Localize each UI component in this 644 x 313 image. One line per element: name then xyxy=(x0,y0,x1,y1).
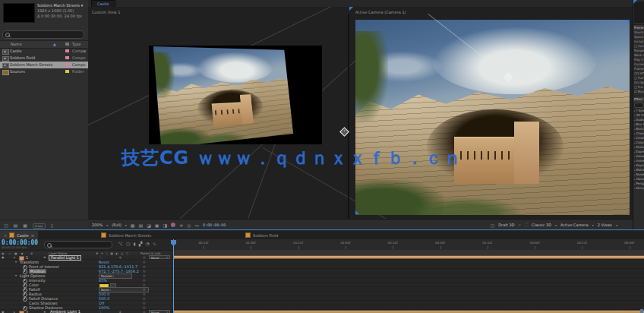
grid-guides-icon[interactable]: ▦ xyxy=(131,223,135,228)
timeline-tab-soldiers-march-streets[interactable]: Soldiers March Streets xyxy=(97,231,155,239)
frame-blending-icon[interactable]: ▞ xyxy=(139,241,143,246)
layer-visibility-eye-icon[interactable]: ◉ xyxy=(2,310,5,313)
project-item-sources[interactable]: SourcesFolder xyxy=(0,68,88,75)
renderer-dropdown[interactable]: Classic 3D xyxy=(532,223,551,227)
parent-dropdown[interactable]: None▾ xyxy=(149,310,170,313)
graph-editor-icon[interactable]: ∿ xyxy=(153,241,156,246)
composition-icon xyxy=(2,63,9,68)
ruler-tick-label: 03:00f xyxy=(435,241,445,245)
motion-blur-icon[interactable]: ◔ xyxy=(145,241,149,246)
pane-corner-marker xyxy=(349,7,353,11)
views-count-dropdown[interactable]: 2 Views xyxy=(598,223,612,227)
effects-search-input[interactable] xyxy=(634,103,644,108)
viewer-tab-castle[interactable]: Castle xyxy=(91,0,115,7)
region-of-interest-icon[interactable]: ▣ xyxy=(155,223,159,228)
viewer-timecode[interactable]: 0:00:00:00 xyxy=(203,223,226,227)
timeline-scrollbar-thumb[interactable] xyxy=(640,309,643,313)
project-comp-dimensions: 1920 x 1080 (1.00) xyxy=(37,8,83,14)
project-item-soldiers-march-streets[interactable]: Soldiers March StreetsCompo xyxy=(0,62,88,68)
footage-plane-3d[interactable] xyxy=(153,46,293,144)
right-view-label[interactable]: Active Camera (Camera 1) xyxy=(355,10,406,14)
color-depth-button[interactable]: 8 bpc xyxy=(33,223,46,229)
draft-3d-icon[interactable]: ◳ xyxy=(491,223,495,228)
label-chip[interactable] xyxy=(65,70,69,73)
fast-previews-icon[interactable]: ◍ xyxy=(187,223,191,228)
ruin-tower xyxy=(514,122,538,184)
view-layout-camera-dropdown[interactable]: Active Camera xyxy=(560,223,589,227)
channel-selector-icon[interactable] xyxy=(171,223,175,227)
frame-count-readout: 00000 (23.976 fps) xyxy=(2,246,27,249)
view-divider[interactable] xyxy=(348,14,349,219)
sort-ascending-icon[interactable]: ▲ xyxy=(53,42,56,46)
label-chip[interactable] xyxy=(65,49,69,52)
active-camera-view[interactable] xyxy=(355,20,630,215)
draft-3d-toggle[interactable]: Draft 3D xyxy=(498,223,514,227)
column-name[interactable]: Name xyxy=(11,42,22,46)
layer-motion-blur-icon[interactable]: ◐ xyxy=(119,310,122,313)
time-ruler[interactable]: 00:12f01:00f01:12f02:00f02:12f03:00f03:1… xyxy=(173,239,644,251)
transparency-grid-icon[interactable]: ◨ xyxy=(163,223,167,228)
close-icon[interactable]: × xyxy=(4,233,7,238)
layer-duration-bar[interactable] xyxy=(173,255,644,259)
layer-duration-bar[interactable] xyxy=(173,310,644,313)
trash-icon[interactable]: ▯ xyxy=(51,223,53,228)
layer-quality-icon[interactable]: ╲ xyxy=(99,310,101,313)
exposure-icon[interactable]: ✛ xyxy=(179,223,183,228)
composition-viewer-panel: Castle Custom View 1 xyxy=(88,0,633,229)
ruler-tick xyxy=(298,246,299,249)
composition-icon xyxy=(9,232,14,238)
draft-3d-toggle-icon[interactable]: ◳ xyxy=(126,241,131,246)
ground-plane-icon[interactable]: ⌗ xyxy=(519,222,521,228)
tree xyxy=(355,31,388,121)
project-selected-comp-title[interactable]: Soldiers March Streets ▾ xyxy=(37,3,83,8)
snapshot-camera-icon[interactable]: ▭ xyxy=(194,223,199,228)
layer-name[interactable]: Ambient Light 1 xyxy=(49,310,82,313)
timeline-tab-castle[interactable]: ×Castle≡ xyxy=(0,231,38,239)
panel-menu-icon[interactable]: ≡ xyxy=(31,233,34,238)
new-composition-icon[interactable]: ▦ xyxy=(23,223,27,228)
interpret-footage-icon[interactable]: ◳ xyxy=(4,223,8,228)
extended-viewer-icon[interactable]: ⛶ xyxy=(525,222,528,228)
effects-category[interactable]: Simul xyxy=(633,186,644,191)
ruler-tick-label: 03:12f xyxy=(482,241,492,245)
playhead-line[interactable] xyxy=(173,239,174,313)
timeline-search-input[interactable] xyxy=(44,241,112,248)
new-folder-icon[interactable]: ▤ xyxy=(14,223,18,228)
label-chip[interactable] xyxy=(65,56,69,59)
project-item-soldiers-field[interactable]: Soldiers FieldCompo xyxy=(0,55,88,62)
effects-presets-panel-header[interactable]: Effect xyxy=(633,96,644,102)
timeline-tab-soldiers-field[interactable]: Soldiers Field xyxy=(242,231,282,239)
preview-panel-header[interactable]: Previe xyxy=(633,24,644,30)
resolution-dropdown[interactable]: (Full) xyxy=(112,223,121,227)
layer-number: 2 xyxy=(26,310,28,313)
left-view-label[interactable]: Custom View 1 xyxy=(92,10,120,14)
label-chip[interactable] xyxy=(65,63,69,66)
timeline-controls: 0:00:00:00 00000 (23.976 fps) ⌥ ◳ ◖ ▞ ◔ … xyxy=(0,239,173,250)
chevron-down-icon: ▾ xyxy=(555,223,557,227)
search-icon xyxy=(47,243,52,248)
track-row-ambient-light-1[interactable] xyxy=(173,310,644,313)
castle-footage xyxy=(355,20,630,215)
magnification-dropdown[interactable]: 200% xyxy=(92,223,103,227)
project-item-name: Soldiers Field xyxy=(10,55,63,62)
parent-pick-whip-icon[interactable]: ◎ xyxy=(143,310,146,313)
custom-view-comp-frame[interactable] xyxy=(149,46,322,144)
hide-shy-layers-icon[interactable]: ◖ xyxy=(134,241,136,246)
right-panel-strip: Previe ShortcSpaceInclud□ CachRangeWork … xyxy=(633,0,644,229)
ruler-tick-label: 01:00f xyxy=(246,241,256,245)
current-time-field[interactable]: 0:00:00:00 xyxy=(2,240,38,246)
ruler-tick xyxy=(346,246,346,249)
cloud xyxy=(196,51,275,83)
layer-expander-icon[interactable]: ▸ xyxy=(14,310,15,313)
mask-visibility-icon[interactable]: ◪ xyxy=(147,223,151,228)
label-column-icon[interactable] xyxy=(65,43,69,46)
project-item-castle[interactable]: CastleCompo⧉ xyxy=(0,48,88,55)
chevron-down-icon: ▾ xyxy=(592,223,594,227)
composition-mini-flowchart-icon[interactable]: ⌥ xyxy=(118,241,123,246)
project-search-input[interactable] xyxy=(2,30,84,39)
column-type[interactable]: Type xyxy=(72,42,80,46)
rulers-icon[interactable]: ▤ xyxy=(138,223,143,228)
ruler-tick xyxy=(630,246,630,249)
parent-dropdown[interactable]: None▾ xyxy=(149,255,170,259)
preview-option[interactable]: ☑ Mov xyxy=(633,90,644,94)
